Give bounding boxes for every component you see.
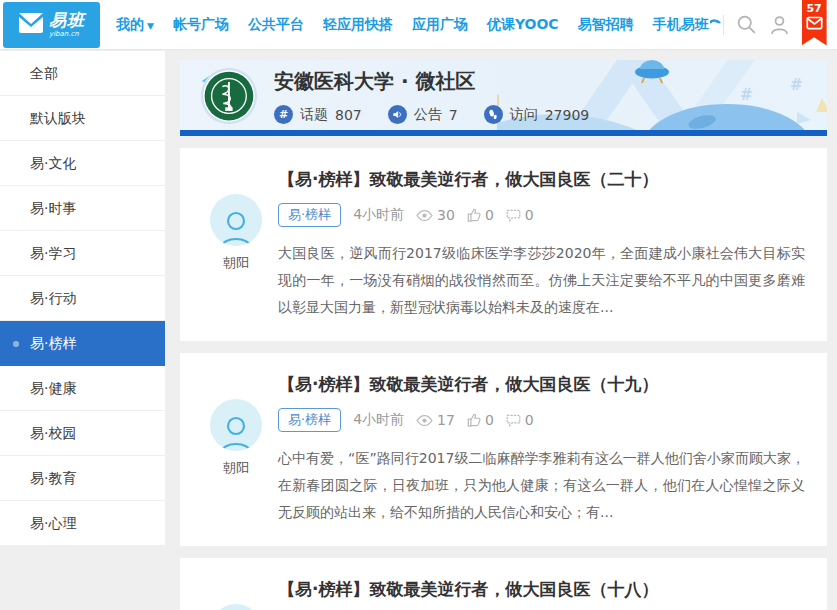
post-title[interactable]: 【易·榜样】致敬最美逆行者，做大国良医（十九）	[278, 367, 805, 408]
nav-mobile-yiban[interactable]: 手机易班	[653, 16, 723, 34]
view-count: 17	[416, 412, 455, 428]
post-title[interactable]: 【易·榜样】致敬最美逆行者，做大国良医（二十）	[278, 162, 805, 203]
post-excerpt: 大国良医，逆风而行2017级临床医学李莎莎2020年，全面建成小康社会伟大目标实…	[278, 240, 805, 321]
banner-bottom-strip	[180, 130, 827, 136]
topbar-actions: 57 发布	[723, 4, 837, 46]
sidebar-item-currentaffairs[interactable]: 易·时事	[0, 186, 165, 231]
post-card: 朝阳 【易·榜样】致敬最美逆行者，做大国良医（十九） 易·榜样 4小时前 17 …	[180, 353, 827, 546]
community-banner: # # 安徽医科大学 · 微社区 # 话题807	[180, 60, 827, 136]
sidebar-item-psychology[interactable]: 易·心理	[0, 501, 165, 546]
post-card: 朝阳 【易·榜样】致敬最美逆行者，做大国良医（十八） 易·榜样 4小时前 22 …	[180, 558, 827, 610]
nav-light-app[interactable]: 轻应用快搭	[323, 16, 393, 34]
nav-yizhi-jobs[interactable]: 易智招聘	[578, 16, 634, 34]
like-count[interactable]: 0	[467, 412, 494, 428]
comment-count[interactable]: 0	[506, 207, 534, 223]
nav-account-square[interactable]: 帐号广场	[173, 16, 229, 34]
svg-text:#: #	[790, 76, 803, 94]
primary-nav: 我的▼ 帐号广场 公共平台 轻应用快搭 应用广场 优课YOOC 易智招聘 手机易…	[116, 16, 723, 34]
yiban-logo[interactable]: 易班 yiban.cn	[3, 2, 100, 48]
banner-info: 安徽医科大学 · 微社区 # 话题807 公告7 访问27909	[274, 68, 589, 124]
university-seal	[198, 66, 258, 130]
nav-app-square[interactable]: 应用广场	[412, 16, 468, 34]
post-body: 【易·榜样】致敬最美逆行者，做大国良医（二十） 易·榜样 4小时前 30 0 0…	[278, 162, 805, 321]
eye-icon	[416, 209, 433, 222]
logo-domain: yiban.cn	[49, 31, 85, 38]
sidebar-item-default[interactable]: 默认版块	[0, 96, 165, 141]
sidebar-item-action[interactable]: 易·行动	[0, 276, 165, 321]
eye-icon	[416, 414, 433, 427]
sidebar-item-campus[interactable]: 易·校园	[0, 411, 165, 456]
yiban-envelope-icon	[18, 11, 44, 39]
sidebar-item-rolemodel[interactable]: 易·榜样	[0, 321, 165, 366]
stat-visits: 访问27909	[484, 105, 590, 124]
category-badge[interactable]: 易·榜样	[278, 408, 341, 432]
thumbs-up-icon	[467, 413, 481, 427]
post-meta: 易·榜样 4小时前 30 0 0	[278, 203, 805, 227]
user-icon[interactable]	[769, 14, 790, 36]
sidebar-item-culture[interactable]: 易·文化	[0, 141, 165, 186]
comment-bubble-icon	[506, 413, 521, 427]
community-stats: # 话题807 公告7 访问27909	[274, 105, 589, 124]
sidebar-item-health[interactable]: 易·健康	[0, 366, 165, 411]
stat-topics: # 话题807	[274, 105, 362, 124]
post-card: 朝阳 【易·榜样】致敬最美逆行者，做大国良医（二十） 易·榜样 4小时前 30 …	[180, 148, 827, 341]
stat-announcements: 公告7	[388, 105, 458, 124]
top-bar: 易班 yiban.cn 我的▼ 帐号广场 公共平台 轻应用快搭 应用广场 优课Y…	[0, 0, 837, 50]
nav-youke-yooc[interactable]: 优课YOOC	[487, 16, 559, 34]
post-author-column: 朝阳	[194, 162, 278, 321]
post-excerpt: 心中有爱，“医”路同行2017级二临麻醉学李雅莉有这么一群人他们舍小家而顾大家，…	[278, 445, 805, 526]
post-title[interactable]: 【易·榜样】致敬最美逆行者，做大国良医（十八）	[278, 572, 805, 610]
like-count[interactable]: 0	[467, 207, 494, 223]
author-name[interactable]: 朝阳	[194, 459, 278, 477]
post-time: 4小时前	[353, 411, 404, 429]
post-body: 【易·榜样】致敬最美逆行者，做大国良医（十九） 易·榜样 4小时前 17 0 0…	[278, 367, 805, 526]
thumbs-up-icon	[467, 208, 481, 222]
category-sidebar: 全部 默认版块 易·文化 易·时事 易·学习 易·行动 易·榜样 易·健康 易·…	[0, 51, 165, 546]
view-count: 30	[416, 207, 455, 223]
comment-count[interactable]: 0	[506, 412, 534, 428]
comment-bubble-icon	[506, 208, 521, 222]
avatar[interactable]	[210, 399, 262, 451]
nav-my[interactable]: 我的▼	[116, 16, 154, 34]
author-name[interactable]: 朝阳	[194, 254, 278, 272]
envelope-icon	[806, 16, 823, 30]
chevron-down-icon: ▼	[147, 21, 154, 31]
community-title: 安徽医科大学 · 微社区	[274, 68, 589, 95]
hash-icon: #	[274, 105, 293, 124]
post-meta: 易·榜样 4小时前 17 0 0	[278, 408, 805, 432]
signal-icon	[710, 16, 723, 28]
avatar[interactable]	[210, 194, 262, 246]
message-count-badge: 57	[802, 0, 827, 15]
post-time: 4小时前	[353, 206, 404, 224]
main-content: # # 安徽医科大学 · 微社区 # 话题807	[180, 60, 827, 610]
post-author-column: 朝阳	[194, 367, 278, 526]
logo-name: 易班	[49, 10, 85, 30]
messages-ribbon-icon[interactable]: 57	[802, 0, 827, 46]
speaker-icon	[388, 105, 407, 124]
sidebar-item-study[interactable]: 易·学习	[0, 231, 165, 276]
post-author-column: 朝阳	[194, 572, 278, 610]
search-icon[interactable]	[736, 14, 757, 36]
sidebar-item-education[interactable]: 易·教育	[0, 456, 165, 501]
category-badge[interactable]: 易·榜样	[278, 203, 341, 227]
sidebar-item-all[interactable]: 全部	[0, 51, 165, 96]
divider	[723, 15, 724, 35]
nav-public-platform[interactable]: 公共平台	[248, 16, 304, 34]
svg-text:#: #	[740, 86, 753, 104]
avatar[interactable]	[210, 604, 262, 610]
post-body: 【易·榜样】致敬最美逆行者，做大国良医（十八） 易·榜样 4小时前 22 0 0…	[278, 572, 805, 610]
footprint-icon	[484, 105, 503, 124]
